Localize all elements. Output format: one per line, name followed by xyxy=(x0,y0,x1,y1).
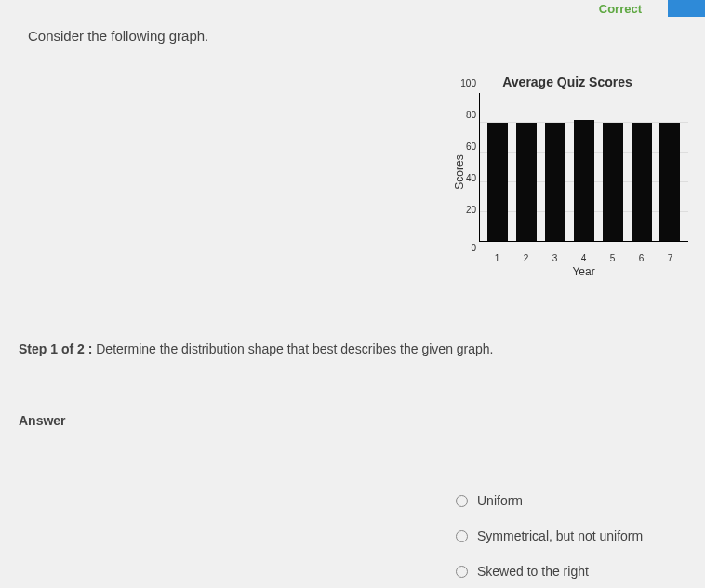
option-label: Skewed to the right xyxy=(477,564,589,579)
y-ticks: 0 20 40 60 80 100 xyxy=(453,93,476,251)
bar-2 xyxy=(516,123,537,241)
divider xyxy=(0,394,705,394)
step-label: Step 1 of 2 : xyxy=(19,341,92,356)
y-tick: 80 xyxy=(453,110,476,120)
y-tick: 60 xyxy=(453,141,476,152)
step-section: Step 1 of 2 : Determine the distribution… xyxy=(0,341,705,375)
x-ticks: 1 2 3 4 5 6 7 xyxy=(479,251,688,263)
bar-7 xyxy=(659,123,680,241)
options-group: Uniform Symmetrical, but not uniform Ske… xyxy=(456,493,705,588)
option-skewed-right[interactable]: Skewed to the right xyxy=(456,564,705,579)
correct-badge: Correct xyxy=(592,0,649,18)
radio-icon xyxy=(456,566,468,578)
x-tick: 6 xyxy=(629,253,655,263)
radio-icon xyxy=(456,530,468,542)
radio-icon xyxy=(456,495,468,507)
x-axis-label: Year xyxy=(470,265,698,278)
bar-6 xyxy=(632,123,652,241)
option-uniform[interactable]: Uniform xyxy=(456,493,705,508)
bar-3 xyxy=(545,123,565,241)
option-label: Uniform xyxy=(477,493,523,508)
blue-corner xyxy=(668,0,705,17)
bar-5 xyxy=(603,123,623,241)
plot-area xyxy=(479,93,688,242)
bars-container xyxy=(480,93,688,241)
x-tick: 7 xyxy=(658,253,684,263)
option-symmetrical[interactable]: Symmetrical, but not uniform xyxy=(456,528,705,543)
x-tick: 4 xyxy=(571,253,597,263)
chart-container: Average Quiz Scores Scores 0 20 40 60 80… xyxy=(437,74,698,270)
question-prompt: Consider the following graph. xyxy=(28,28,686,44)
y-tick: 40 xyxy=(453,173,476,183)
option-label: Symmetrical, but not uniform xyxy=(477,528,643,543)
x-tick: 5 xyxy=(600,253,626,263)
y-tick: 100 xyxy=(453,78,476,88)
y-tick: 0 xyxy=(453,243,476,253)
step-text: Step 1 of 2 : Determine the distribution… xyxy=(19,341,686,356)
x-tick: 1 xyxy=(485,253,511,263)
bar-4 xyxy=(574,120,594,241)
bar-1 xyxy=(487,123,508,241)
y-tick: 20 xyxy=(453,205,476,215)
chart-area: Scores 0 20 40 60 80 100 xyxy=(479,93,688,251)
answer-heading: Answer xyxy=(0,413,705,465)
x-tick: 3 xyxy=(542,253,568,263)
x-tick: 2 xyxy=(513,253,539,263)
step-instruction: Determine the distribution shape that be… xyxy=(96,341,493,356)
chart-title: Average Quiz Scores xyxy=(437,74,698,89)
